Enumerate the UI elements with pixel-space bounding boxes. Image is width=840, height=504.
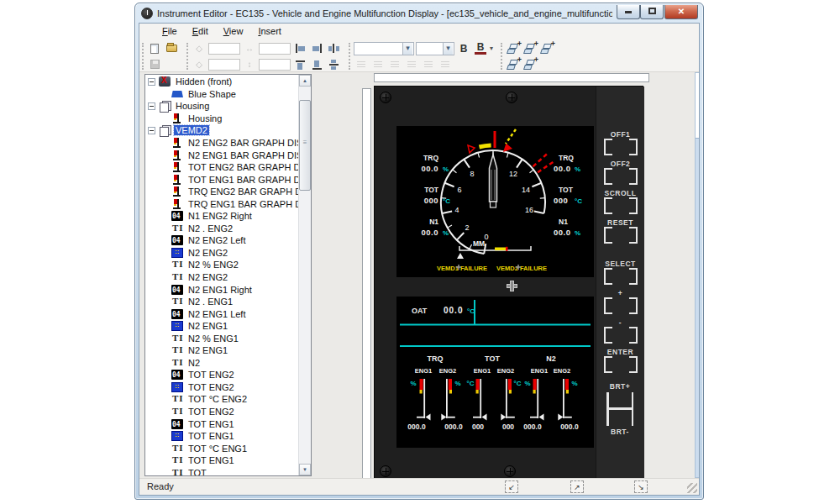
tree-item[interactable]: TOT ENG1 — [146, 454, 297, 467]
tree-expander-icon[interactable] — [148, 102, 155, 110]
tree-item[interactable]: N2 . ENG1 — [146, 296, 297, 308]
menu-item[interactable]: Edit — [185, 25, 216, 37]
align-right-button[interactable] — [309, 41, 324, 55]
bracket-button-icon[interactable] — [604, 268, 638, 285]
brightness-rocker-icon[interactable] — [603, 392, 637, 426]
tree-scrollbar-thumb[interactable]: ≡ — [299, 100, 311, 191]
tree-scrollbar[interactable]: ▲ ≡ ▼ — [298, 75, 311, 475]
panel-button[interactable]: RESET — [604, 218, 638, 244]
tree-item[interactable]: TOT ENG2 BAR GRAPH D — [146, 161, 297, 174]
bracket-button-icon[interactable] — [604, 227, 638, 244]
tree-item[interactable]: TRQ ENG1 BAR GRAPH D — [146, 197, 297, 210]
tree-item[interactable]: TOT ENG2 — [146, 406, 297, 418]
tree-item[interactable]: N2 ENG1 — [146, 320, 297, 333]
tree-item[interactable]: N2 ENG2 BAR GRAPH DIS — [146, 137, 297, 150]
text-align-right-button[interactable] — [387, 57, 402, 71]
close-button[interactable]: ✕ — [664, 5, 698, 19]
panel-button[interactable]: SELECT — [604, 260, 638, 285]
menu-item[interactable]: File — [155, 25, 185, 37]
bracket-button-icon[interactable] — [604, 297, 638, 314]
tree-item[interactable]: N2 % ENG2 — [146, 259, 297, 271]
align-top-button[interactable] — [292, 57, 307, 71]
tree-item[interactable]: TOT °C ENG2 — [146, 393, 297, 406]
bracket-button-icon[interactable] — [604, 197, 638, 214]
minimize-button[interactable] — [617, 5, 640, 19]
maximize-button[interactable] — [640, 5, 664, 19]
send-backward-button[interactable]: + — [506, 57, 521, 71]
tree-item[interactable]: N2 % ENG1 — [146, 332, 297, 344]
bracket-button-icon[interactable] — [604, 327, 638, 344]
panel-button[interactable]: - — [604, 318, 638, 344]
save-button[interactable] — [147, 57, 162, 71]
tree-item[interactable]: N2 ENG1 — [146, 344, 297, 357]
height-field[interactable] — [259, 59, 291, 71]
tree-item[interactable]: TOT ENG1 BAR GRAPH D — [146, 173, 297, 186]
y-position-field[interactable] — [208, 59, 240, 71]
tree-item[interactable]: N2 ENG2 — [146, 271, 297, 284]
font-color-dropdown-icon[interactable]: ▾ — [490, 45, 493, 52]
text-valign-top-button[interactable] — [404, 57, 419, 71]
scroll-down-icon[interactable]: ▼ — [299, 464, 311, 475]
text-valign-bottom-button[interactable] — [438, 57, 453, 71]
canvas-horizontal-scrollbar[interactable] — [374, 73, 649, 82]
font-color-button[interactable]: B — [473, 41, 488, 55]
canvas-scrollbar-thumb[interactable] — [696, 73, 699, 139]
text-valign-middle-button[interactable] — [421, 57, 436, 71]
text-align-center-button[interactable] — [370, 57, 386, 71]
tree-item[interactable]: N2 ENG2 Left — [146, 234, 297, 247]
fli-display[interactable]: 0 2 4 6 8 12 14 16 — [396, 126, 594, 277]
align-bottom-button[interactable] — [309, 57, 324, 71]
add-layer-button[interactable]: + — [539, 41, 554, 55]
tree-item[interactable]: Housing — [146, 100, 297, 113]
tree-item[interactable]: TOT °C ENG1 — [146, 442, 297, 454]
tree-item[interactable]: N1 ENG2 Right — [146, 210, 297, 223]
tree-item[interactable]: TOT ENG2 — [146, 381, 297, 394]
bracket-button-icon[interactable] — [604, 168, 638, 185]
tree-item[interactable]: Blue Shape — [146, 88, 297, 101]
tree-item[interactable]: N2 ENG1 Left — [146, 307, 297, 320]
panel-button[interactable]: + — [604, 289, 638, 314]
tree-item[interactable]: TRQ ENG2 BAR GRAPH D — [146, 186, 297, 198]
tree-item[interactable]: N2 ENG1 Right — [146, 283, 297, 296]
panel-button[interactable]: OFF1 — [604, 130, 638, 155]
resize-grip[interactable] — [687, 483, 697, 493]
menu-item[interactable]: Insert — [250, 25, 289, 37]
tree-item[interactable]: TOT ENG1 — [146, 417, 297, 430]
canvas-scrollbar[interactable] — [695, 72, 699, 478]
canvas-vertical-ruler[interactable] — [362, 88, 371, 478]
bracket-button-icon[interactable] — [604, 356, 638, 373]
bring-forward-button[interactable]: + — [506, 41, 521, 55]
tree-item[interactable]: Hidden (front) — [146, 76, 297, 88]
panel-button[interactable]: SCROLL — [604, 189, 638, 214]
tree-expander-icon[interactable] — [148, 127, 155, 134]
text-align-left-button[interactable] — [354, 57, 369, 71]
new-file-button[interactable] — [147, 41, 162, 55]
panel-button[interactable]: OFF2 — [604, 160, 638, 185]
open-file-button[interactable] — [164, 41, 179, 55]
bring-to-front-button[interactable]: + — [522, 41, 538, 55]
bold-button[interactable]: B — [456, 41, 471, 55]
x-position-field[interactable] — [208, 43, 240, 55]
scroll-up-icon[interactable]: ▲ — [299, 75, 311, 87]
tree-item[interactable]: TOT ENG2 — [146, 369, 297, 381]
tree-item[interactable]: TOT ENG1 — [146, 430, 297, 443]
vemd-display[interactable]: OAT 00.0 °C TRQ TOT N2 — [396, 297, 594, 448]
tree-item[interactable]: N2 ENG1 BAR GRAPH DIS — [146, 149, 297, 161]
font-family-combo[interactable] — [354, 42, 414, 55]
font-size-combo[interactable] — [416, 42, 454, 55]
tree-item[interactable]: N2 ENG2 — [146, 247, 297, 260]
tree-item[interactable]: TOT — [146, 467, 297, 477]
fli-needle[interactable] — [490, 150, 497, 207]
tree-expander-icon[interactable] — [148, 78, 155, 86]
move-handle-icon[interactable] — [507, 281, 516, 290]
align-left-button[interactable] — [292, 41, 307, 55]
align-center-horizontal-button[interactable] — [326, 41, 341, 55]
align-middle-button[interactable] — [326, 57, 341, 71]
tree-item[interactable]: N2 . ENG2 — [146, 223, 297, 235]
send-to-back-button[interactable]: + — [522, 57, 538, 71]
title-bar[interactable]: Instrument Editor - EC135 - Vehicle and … — [135, 3, 703, 22]
brightness-control[interactable]: BRT+ BRT- — [596, 382, 644, 436]
panel-button[interactable]: ENTER — [604, 348, 638, 373]
tree-item[interactable]: Housing — [146, 113, 297, 125]
tree-item[interactable]: VEMD2 — [146, 124, 297, 137]
